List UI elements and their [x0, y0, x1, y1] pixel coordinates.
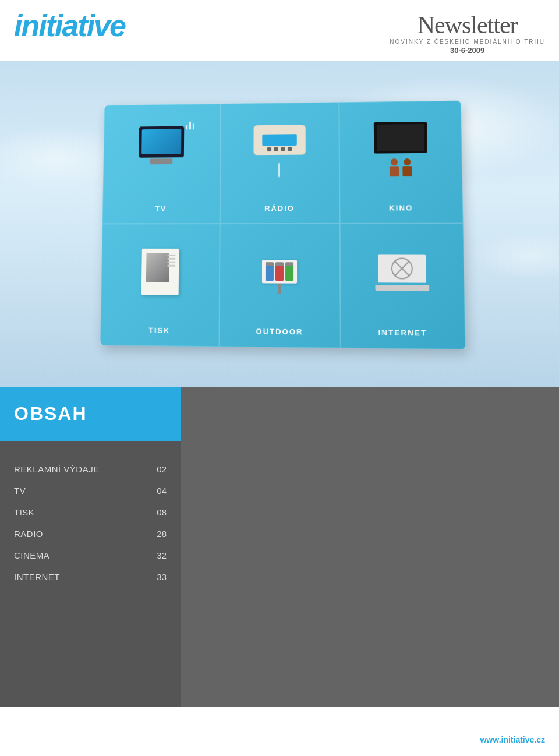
tisk-label: TISK: [148, 326, 170, 335]
radio-btn2: [274, 147, 278, 151]
tisk-icon: [141, 248, 179, 295]
obsah-title: OBSAH: [14, 403, 167, 425]
menu-item-number: 08: [157, 507, 167, 517]
newsletter-date: 30-6-2009: [390, 46, 545, 55]
radio-btn4: [288, 147, 292, 151]
internet-icon: [375, 254, 429, 291]
kino-label: KINO: [389, 203, 413, 212]
radio-display: [262, 134, 296, 146]
body1: [390, 166, 399, 176]
radio-btn1: [267, 147, 271, 151]
footer: www.initiative.cz: [0, 707, 559, 754]
tv-label: TV: [155, 204, 167, 213]
cinema-display: [377, 124, 424, 151]
person1: [388, 158, 399, 176]
antenna-stick: [278, 163, 280, 178]
menu-item[interactable]: CINEMA 32: [14, 545, 167, 566]
laptop-base: [375, 285, 429, 291]
menu-item-number: 32: [157, 550, 167, 560]
menu-item[interactable]: INTERNET 33: [14, 566, 167, 588]
newsletter-title: Newsletter: [390, 13, 545, 37]
newsletter-block: Newsletter NOVINKY Z ČESKÉHO MEDIÁLNÍHO …: [390, 10, 545, 55]
radio-icon-area: [253, 103, 306, 199]
newsletter-subtitle: NOVINKY Z ČESKÉHO MEDIÁLNÍHO TRHU: [390, 38, 545, 45]
internet-icon-area: [374, 224, 430, 324]
wave1: [186, 125, 187, 130]
head1: [390, 158, 397, 165]
tisk-icon-area: [141, 224, 179, 322]
menu-item-label: INTERNET: [14, 572, 60, 582]
puzzle-cell-kino: KINO: [339, 101, 464, 224]
line4: [167, 264, 175, 266]
outdoor-label: OUTDOOR: [256, 327, 303, 336]
newspaper-photo: [146, 253, 169, 282]
tv-screen-icon: [139, 126, 185, 158]
atom-icon: [391, 257, 412, 279]
radio-antenna: [278, 163, 280, 178]
radio-btn3: [281, 147, 285, 151]
can1-body: [266, 266, 274, 281]
puzzle-cell-outdoor: OUTDOOR: [219, 224, 341, 348]
obsah-header: OBSAH: [0, 387, 181, 441]
newspaper-lines: [167, 254, 175, 268]
body2: [402, 166, 412, 176]
menu-item-label: REKLAMNÍ VÝDAJE: [14, 464, 100, 474]
menu-item[interactable]: TISK 08: [14, 501, 167, 523]
menu-item[interactable]: RADIO 28: [14, 523, 167, 545]
line2: [167, 257, 175, 259]
wave3: [193, 124, 194, 130]
puzzle-cell-tisk: TISK: [100, 224, 220, 347]
radio-icon: [253, 125, 305, 155]
wave2: [189, 122, 191, 130]
menu-item-label: TV: [14, 486, 26, 496]
puzzle-board: TV RÁDIO: [100, 101, 465, 350]
menu-list: REKLAMNÍ VÝDAJE 02 TV 04 TISK 08 RADIO 2…: [0, 458, 181, 588]
can1: [266, 262, 274, 281]
tv-icon-area: [139, 105, 185, 200]
radio-buttons: [258, 147, 300, 152]
outdoor-icon: [259, 250, 300, 294]
menu-item-number: 33: [157, 572, 167, 582]
internet-label: INTERNET: [378, 328, 427, 337]
outdoor-icon-area: [259, 224, 300, 323]
can2: [275, 262, 284, 281]
line1: [167, 254, 175, 256]
content-section: OBSAH REKLAMNÍ VÝDAJE 02 TV 04 TISK 08 R…: [0, 387, 559, 707]
billboard: [262, 260, 297, 284]
billboard-pole: [278, 284, 281, 294]
line3: [167, 261, 175, 263]
menu-item[interactable]: TV 04: [14, 480, 167, 501]
sidebar: OBSAH REKLAMNÍ VÝDAJE 02 TV 04 TISK 08 R…: [0, 387, 181, 707]
couch-icon: [377, 156, 424, 176]
can3-body: [285, 266, 293, 281]
laptop-screen: [378, 254, 426, 282]
main-content: [181, 387, 559, 707]
logo: initiative: [14, 10, 125, 41]
menu-item-label: CINEMA: [14, 550, 49, 560]
head2: [404, 158, 411, 165]
tv-icon: [139, 126, 185, 160]
menu-item-number: 02: [157, 464, 167, 474]
puzzle-cell-internet: INTERNET: [340, 224, 466, 349]
hero-section: TV RÁDIO: [0, 61, 559, 387]
can3: [285, 262, 293, 281]
sound-waves: [186, 122, 194, 130]
menu-item-label: TISK: [14, 507, 34, 517]
cinema-screen-icon: [373, 122, 427, 154]
menu-item-label: RADIO: [14, 529, 43, 539]
menu-item-number: 04: [157, 486, 167, 496]
radio-label: RÁDIO: [264, 204, 295, 213]
can2-body: [275, 266, 284, 281]
puzzle-cell-tv: TV: [102, 104, 221, 224]
menu-item-number: 28: [157, 529, 167, 539]
footer-url[interactable]: www.initiative.cz: [480, 735, 545, 744]
header: initiative Newsletter NOVINKY Z ČESKÉHO …: [0, 0, 559, 61]
kino-icon-area: [373, 101, 427, 199]
tv-display: [141, 129, 181, 154]
menu-item[interactable]: REKLAMNÍ VÝDAJE 02: [14, 458, 167, 480]
person2: [402, 158, 413, 176]
puzzle-cell-radio: RÁDIO: [220, 102, 340, 224]
